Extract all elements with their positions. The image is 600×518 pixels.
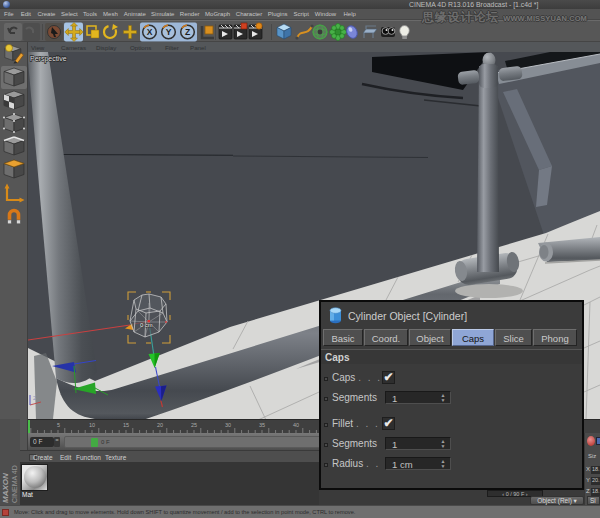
svg-text:30: 30 (225, 422, 231, 428)
svg-text:10: 10 (89, 422, 95, 428)
svg-text:Perspective: Perspective (30, 55, 67, 63)
svg-text:20: 20 (157, 422, 163, 428)
svg-text:5: 5 (57, 422, 60, 428)
svg-text:25: 25 (191, 422, 197, 428)
svg-text:35: 35 (259, 422, 265, 428)
svg-text:CINEMA 4D: CINEMA 4D (11, 465, 18, 503)
svg-text:40: 40 (293, 422, 299, 428)
svg-text:0 cm: 0 cm (140, 322, 153, 328)
svg-text:15: 15 (123, 422, 129, 428)
svg-text:2: 2 (33, 395, 36, 401)
svg-text:MAXON: MAXON (1, 473, 10, 503)
